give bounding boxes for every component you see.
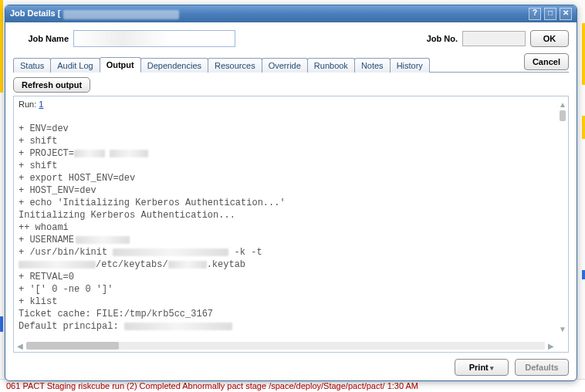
job-name-input[interactable] [73,30,235,47]
left-gutter [0,0,3,392]
run-link[interactable]: 1 [39,100,43,109]
run-indicator: Run: 1 [14,96,568,109]
tab-audit-log[interactable]: Audit Log [50,58,100,73]
tab-runbook[interactable]: Runbook [307,58,355,73]
tab-notes[interactable]: Notes [354,58,391,73]
scroll-left-icon[interactable]: ◀ [15,342,25,350]
maximize-icon[interactable]: □ [544,8,556,20]
titlebar[interactable]: Job Details [ ? □ ✕ [5,5,577,22]
close-icon[interactable]: ✕ [560,8,572,20]
output-text[interactable]: + ENV=dev+ shift+ PROJECT=+ shift+ expor… [14,118,568,343]
vertical-scrollbar[interactable]: ▲ ▼ [559,101,566,333]
job-details-dialog: Job Details [ ? □ ✕ Job Name Job No. OK … [5,5,577,381]
tab-override[interactable]: Override [262,58,308,73]
tab-dependencies[interactable]: Dependencies [140,58,208,73]
defaults-button[interactable]: Defaults [515,359,569,376]
ok-button[interactable]: OK [530,30,569,47]
scroll-right-icon[interactable]: ▶ [546,342,556,350]
scroll-thumb-vertical[interactable] [560,110,566,121]
job-name-label: Job Name [13,34,69,43]
horizontal-scrollbar[interactable]: ◀ ▶ [15,341,556,350]
job-no-field [462,31,526,46]
job-no-label: Job No. [427,34,458,43]
cancel-button[interactable]: Cancel [524,53,569,70]
refresh-output-button[interactable]: Refresh output [13,77,90,93]
right-gutter [582,0,585,392]
tab-bar: Status Audit Log Output Dependencies Res… [13,53,569,73]
scroll-thumb-horizontal[interactable] [26,342,119,350]
tab-resources[interactable]: Resources [208,58,262,73]
help-icon[interactable]: ? [529,8,541,20]
tab-status[interactable]: Status [13,58,51,73]
output-panel: Run: 1 + ENV=dev+ shift+ PROJECT=+ shift… [13,96,569,353]
scroll-down-icon[interactable]: ▼ [559,326,566,333]
tab-output[interactable]: Output [100,57,141,73]
scroll-up-icon[interactable]: ▲ [559,101,566,109]
print-button[interactable]: Print [455,359,509,376]
window-title: Job Details [ [10,8,529,19]
tab-history[interactable]: History [390,58,430,73]
